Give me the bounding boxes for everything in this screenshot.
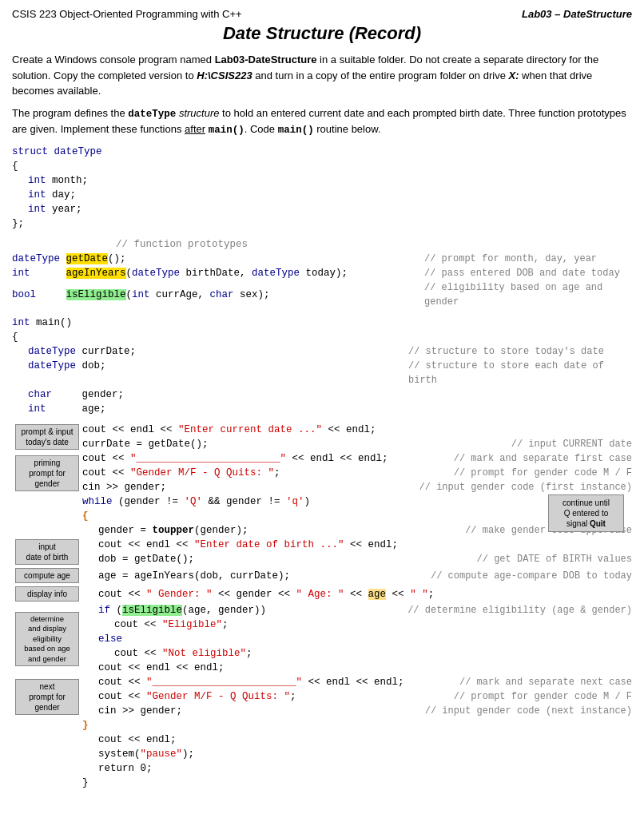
intro-paragraph-2: The program defines the dateType structu… [12, 105, 632, 139]
annotation-prompt-input: prompt & inputtoday's date [15, 424, 79, 450]
annotation-compute-age: compute age [15, 568, 79, 583]
annotation-eligibility: determineand displayeligibilitybased on … [15, 612, 79, 666]
annotated-code: prompt & inputtoday's date cout << endl … [12, 423, 632, 790]
intro-paragraph-1: Create a Windows console program named L… [12, 52, 632, 99]
continue-until-box: continue untilQ entered tosignal Quit [548, 494, 624, 532]
main-func: int main() { dateType currDate; // struc… [12, 316, 632, 416]
header-right: Lab03 – DateStructure [522, 8, 632, 20]
annotation-next-prompt: nextprompt forgender [15, 679, 79, 715]
annotation-input-dob: inputdate of birth [15, 539, 79, 565]
struct-block: struct dateType { int month; int day; in… [12, 145, 632, 231]
header-left: CSIS 223 Object-Oriented Programming wit… [12, 8, 242, 20]
annotation-priming: primingprompt forgender [15, 455, 79, 491]
page-title: Date Structure (Record) [12, 23, 632, 44]
prototypes-section: // function prototypes dateType getDate(… [12, 237, 632, 309]
page-header: CSIS 223 Object-Oriented Programming wit… [12, 8, 632, 20]
annotation-display-info: display info [15, 586, 79, 602]
